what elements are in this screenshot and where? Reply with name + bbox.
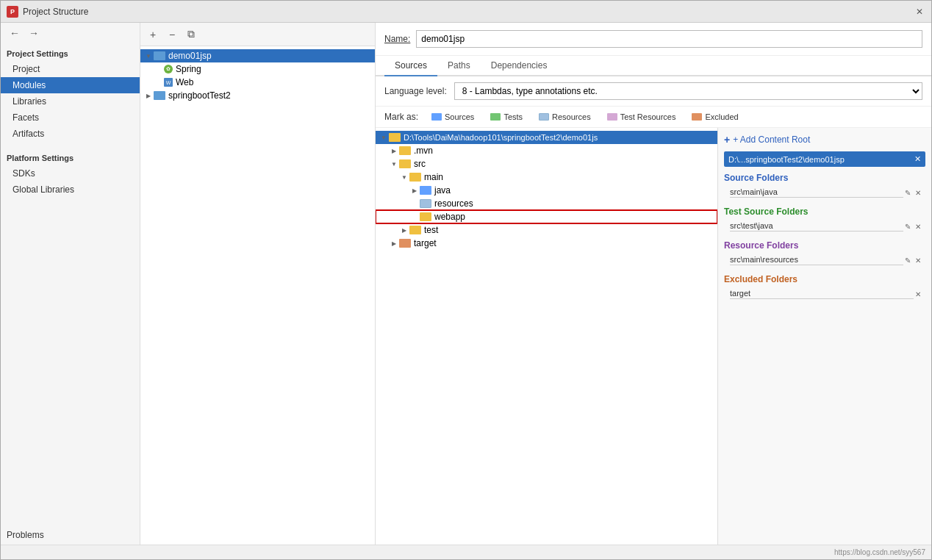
mark-resources-button[interactable]: Resources — [533, 111, 597, 123]
file-tree-item-mvn[interactable]: ▶ .mvn — [376, 144, 717, 157]
sidebar-item-sdks[interactable]: SDKs — [1, 165, 140, 182]
add-module-button[interactable]: + — [145, 26, 161, 43]
test-source-folders-title: Test Source Folders — [724, 207, 925, 217]
main-folder-icon — [409, 173, 421, 182]
close-button[interactable]: ✕ — [914, 6, 925, 18]
module-name-input[interactable] — [416, 30, 922, 48]
file-tree-item-resources[interactable]: resources — [376, 197, 717, 210]
root-arrow: ▼ — [379, 132, 389, 143]
right-panel: Name: Sources Paths Dependencies Languag… — [376, 23, 931, 545]
name-row: Name: — [376, 23, 931, 56]
module-child-spring[interactable]: ✿ Spring — [140, 62, 375, 76]
sidebar-item-global-libraries[interactable]: Global Libraries — [1, 182, 140, 198]
mvn-arrow: ▶ — [389, 146, 399, 156]
resources-color-icon — [539, 113, 549, 121]
sidebar: ← → Project Settings Project Modules Lib… — [1, 23, 140, 545]
tab-dependencies[interactable]: Dependencies — [481, 56, 558, 76]
back-button[interactable]: ← — [7, 26, 23, 40]
excluded-folders-title: Excluded Folders — [724, 274, 925, 284]
sidebar-item-modules[interactable]: Modules — [1, 77, 140, 93]
resource-folder-remove-button[interactable]: ✕ — [914, 256, 922, 265]
sidebar-item-problems[interactable]: Problems — [1, 525, 140, 545]
content-split: ▼ D:\Tools\DaiMa\hadoop101\springbootTes… — [376, 128, 931, 545]
excluded-folder-actions: ✕ — [914, 290, 922, 298]
content-root-close-btn[interactable]: ✕ — [914, 154, 921, 164]
mark-tests-button[interactable]: Tests — [484, 111, 528, 123]
mark-as-row: Mark as: Sources Tests Resources Test Re… — [376, 107, 931, 128]
file-tree-item-src[interactable]: ▼ src — [376, 157, 717, 170]
file-tree-item-target[interactable]: ▶ target — [376, 237, 717, 250]
add-content-root-button[interactable]: + + Add Content Root — [724, 134, 925, 146]
sidebar-item-libraries[interactable]: Libraries — [1, 93, 140, 110]
mark-as-label: Mark as: — [384, 112, 418, 122]
folder-icon — [154, 51, 165, 60]
file-tree-item-main[interactable]: ▼ main — [376, 170, 717, 184]
main-arrow: ▼ — [399, 172, 409, 182]
project-structure-window: P Project Structure ✕ ← → Project Settin… — [0, 0, 932, 560]
resources-arrow — [409, 198, 420, 209]
resource-folder-entry: src\main\resources ✎ ✕ — [724, 254, 925, 267]
tab-sources[interactable]: Sources — [384, 56, 437, 76]
resource-folder-edit-button[interactable]: ✎ — [903, 256, 912, 265]
java-arrow: ▶ — [409, 185, 420, 195]
remove-module-button[interactable]: − — [164, 26, 180, 43]
root-folder-icon — [389, 133, 401, 142]
mvn-folder-icon — [399, 146, 411, 155]
test-arrow: ▶ — [399, 225, 409, 235]
sidebar-item-artifacts[interactable]: Artifacts — [1, 126, 140, 142]
title-bar: P Project Structure ✕ — [1, 1, 931, 23]
module-item-springboottest2[interactable]: ▶ springbootTest2 — [140, 89, 375, 102]
main-content: ← → Project Settings Project Modules Lib… — [1, 23, 931, 545]
webapp-arrow — [409, 212, 420, 222]
mark-test-resources-button[interactable]: Test Resources — [601, 111, 682, 123]
source-folder-edit-button[interactable]: ✎ — [903, 189, 912, 197]
source-folders-section: Source Folders src\main\java ✎ ✕ — [724, 173, 925, 199]
module-item-demo01jsp[interactable]: ▼ demo01jsp — [140, 49, 375, 62]
forward-button[interactable]: → — [26, 26, 42, 40]
language-level-select[interactable]: 8 - Lambdas, type annotations etc. 9 - M… — [454, 82, 922, 100]
resource-folder-actions: ✎ ✕ — [903, 256, 922, 265]
web-icon: W — [164, 78, 173, 87]
tests-color-icon — [490, 113, 501, 121]
window-title: Project Structure — [23, 7, 914, 17]
mark-excluded-button[interactable]: Excluded — [686, 111, 744, 123]
tab-paths[interactable]: Paths — [437, 56, 481, 76]
test-source-folder-remove-button[interactable]: ✕ — [914, 223, 922, 231]
module-tree-panel: + − ⧉ ▼ demo01jsp ✿ Spring — [140, 23, 376, 545]
source-folder-remove-button[interactable]: ✕ — [914, 189, 922, 197]
resource-folders-section: Resource Folders src\main\resources ✎ ✕ — [724, 240, 925, 267]
file-tree-item-test[interactable]: ▶ test — [376, 223, 717, 237]
excluded-folder-remove-button[interactable]: ✕ — [914, 290, 922, 298]
copy-module-button[interactable]: ⧉ — [183, 26, 199, 43]
test-folder-icon — [409, 226, 421, 234]
target-folder-icon — [399, 239, 411, 248]
test-resources-color-icon — [607, 113, 617, 121]
file-tree-item-webapp[interactable]: webapp — [376, 210, 717, 223]
test-source-folder-entry: src\test\java ✎ ✕ — [724, 220, 925, 233]
status-bar: https://blog.csdn.net/syy567 — [1, 545, 931, 559]
add-icon: + — [724, 134, 730, 146]
window-controls: ✕ — [914, 6, 925, 18]
module-child-web[interactable]: W Web — [140, 76, 375, 89]
leaf-spacer — [154, 77, 164, 87]
mark-sources-button[interactable]: Sources — [426, 111, 480, 123]
root-path-item[interactable]: ▼ D:\Tools\DaiMa\hadoop101\springbootTes… — [376, 131, 717, 144]
sidebar-item-project[interactable]: Project — [1, 61, 140, 77]
module-toolbar: + − ⧉ — [140, 23, 375, 46]
nav-buttons: ← → — [1, 23, 140, 43]
excluded-folders-section: Excluded Folders target ✕ — [724, 274, 925, 301]
file-tree-item-java[interactable]: ▶ java — [376, 184, 717, 197]
name-label: Name: — [384, 34, 410, 44]
sidebar-item-facets[interactable]: Facets — [1, 110, 140, 126]
source-folders-title: Source Folders — [724, 173, 925, 183]
resources-folder-icon — [420, 199, 431, 208]
source-folder-actions: ✎ ✕ — [903, 189, 922, 197]
test-source-folder-edit-button[interactable]: ✎ — [903, 223, 912, 231]
src-folder-icon — [399, 159, 411, 168]
spring-icon: ✿ — [164, 65, 173, 73]
webapp-folder-icon — [420, 212, 431, 221]
file-tree: ▼ D:\Tools\DaiMa\hadoop101\springbootTes… — [376, 128, 718, 545]
source-folder-entry: src\main\java ✎ ✕ — [724, 186, 925, 199]
status-url: https://blog.csdn.net/syy567 — [834, 548, 925, 556]
module-list: ▼ demo01jsp ✿ Spring W Web — [140, 46, 375, 545]
